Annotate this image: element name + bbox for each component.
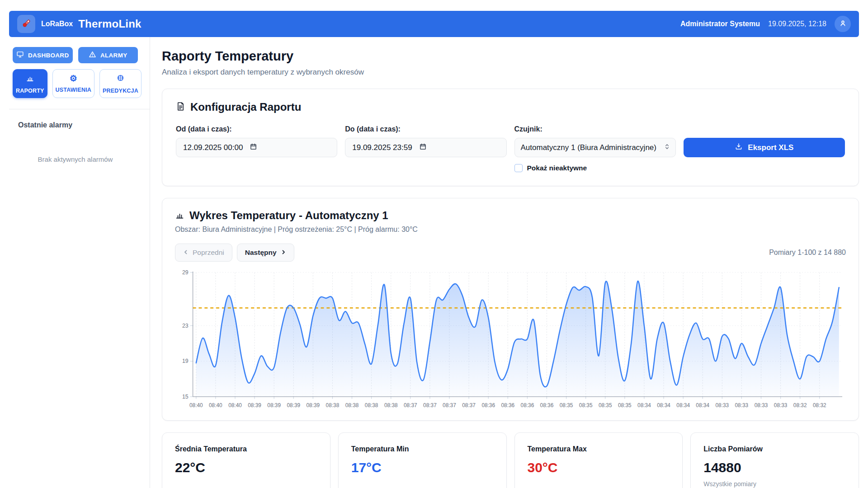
svg-text:08:32: 08:32 (813, 402, 826, 408)
svg-text:08:35: 08:35 (618, 402, 632, 408)
page-root: LoRaBox ThermoLink Administrator Systemu… (0, 0, 868, 488)
from-datetime-input[interactable]: 12.09.2025 00:00 (176, 138, 337, 157)
svg-text:08:40: 08:40 (228, 402, 242, 408)
svg-text:08:36: 08:36 (540, 402, 554, 408)
from-datetime-value: 12.09.2025 00:00 (183, 143, 243, 152)
sidebar-item-label: PREDYKCJA (103, 88, 138, 94)
page-subtitle: Analiza i eksport danych temperatury z w… (162, 68, 859, 77)
export-field-group: Eksport XLS (684, 125, 845, 157)
download-icon (735, 142, 743, 153)
previous-page-button[interactable]: Poprzedni (175, 244, 232, 262)
stat-value: 22°C (175, 460, 317, 475)
sidebar-item-alarmy[interactable]: ALARMY (78, 47, 138, 63)
sensor-select[interactable]: Automatyczny 1 (Biura Administracyjne) (514, 138, 676, 157)
from-label: Od (data i czas): (176, 125, 337, 133)
stat-card-max: Temperatura Max 30°C (514, 432, 683, 488)
sidebar-item-ustawienia[interactable]: ⚙ USTAWIENIA (52, 69, 95, 98)
stat-caption: Wszystkie pomiary (703, 480, 846, 488)
next-button-label: Następny (245, 249, 277, 257)
header-datetime: 19.09.2025, 12:18 (768, 20, 826, 28)
svg-text:08:34: 08:34 (637, 402, 651, 408)
svg-text:08:36: 08:36 (521, 402, 534, 408)
svg-text:08:32: 08:32 (793, 402, 807, 408)
chevron-left-icon (183, 249, 189, 257)
svg-text:08:33: 08:33 (774, 402, 788, 408)
stat-label: Temperatura Max (528, 445, 670, 453)
svg-text:08:37: 08:37 (404, 402, 417, 408)
thermometer-icon (21, 18, 32, 30)
main-content: Raporty Temperatury Analiza i eksport da… (150, 37, 859, 488)
app-logo (17, 15, 35, 33)
svg-text:19: 19 (182, 358, 189, 364)
svg-text:08:33: 08:33 (755, 402, 768, 408)
svg-text:08:34: 08:34 (696, 402, 709, 408)
previous-button-label: Poprzedni (193, 249, 224, 257)
sidebar-item-label: USTAWIENIA (56, 87, 92, 93)
brain-icon (116, 74, 125, 84)
sensor-select-value: Automatyczny 1 (Biura Administracyjne) (521, 143, 656, 152)
stat-label: Liczba Pomiarów (703, 445, 846, 453)
header-user-name: Administrator Systemu (680, 20, 760, 28)
svg-text:08:33: 08:33 (715, 402, 729, 408)
export-button-label: Eksport XLS (748, 143, 793, 152)
stat-card-average: Średnia Temperatura 22°C (162, 432, 330, 488)
svg-text:15: 15 (182, 394, 189, 400)
show-inactive-label[interactable]: Pokaż nieaktywne (527, 164, 587, 172)
svg-text:08:35: 08:35 (560, 402, 573, 408)
stat-value: 30°C (528, 460, 670, 475)
calendar-icon[interactable] (420, 143, 426, 152)
svg-text:08:38: 08:38 (365, 402, 378, 408)
svg-text:08:34: 08:34 (676, 402, 690, 408)
stat-card-min: Temperatura Min 17°C (338, 432, 507, 488)
to-datetime-input[interactable]: 19.09.2025 23:59 (345, 138, 506, 157)
svg-text:23: 23 (182, 323, 189, 329)
next-page-button[interactable]: Następny (237, 244, 294, 262)
temperature-chart-svg: 08:4008:4008:4008:3908:3908:3908:3908:38… (175, 268, 846, 410)
svg-text:08:37: 08:37 (423, 402, 437, 408)
to-label: Do (data i czas): (345, 125, 506, 133)
user-avatar[interactable] (835, 16, 851, 32)
from-field-group: Od (data i czas): 12.09.2025 00:00 (176, 125, 337, 157)
svg-text:08:35: 08:35 (599, 402, 612, 408)
stat-value: 14880 (703, 460, 846, 475)
sidebar-item-predykcja[interactable]: PREDYKCJA (99, 69, 142, 98)
document-icon (176, 102, 185, 113)
brand-large: ThermoLink (78, 18, 141, 30)
stat-value: 17°C (351, 460, 494, 475)
calendar-icon[interactable] (250, 143, 257, 152)
sensor-field-group: Czujnik: Automatyczny 1 (Biura Administr… (514, 125, 676, 157)
svg-text:08:38: 08:38 (326, 402, 340, 408)
sidebar-item-label: DASHBOARD (28, 52, 69, 59)
stats-row: Średnia Temperatura 22°C Temperatura Min… (162, 432, 859, 488)
svg-text:08:35: 08:35 (579, 402, 593, 408)
temperature-chart: 08:4008:4008:4008:3908:3908:3908:3908:38… (175, 268, 846, 410)
chevron-up-down-icon (665, 143, 670, 152)
export-xls-button[interactable]: Eksport XLS (684, 138, 845, 157)
chart-card-subtitle: Obszar: Biura Administracyjne | Próg ost… (175, 225, 846, 234)
to-field-group: Do (data i czas): 19.09.2025 23:59 (345, 125, 506, 157)
svg-text:08:39: 08:39 (306, 402, 320, 408)
gear-icon: ⚙ (70, 74, 77, 83)
sidebar-item-raporty[interactable]: RAPORTY (13, 69, 47, 98)
svg-text:08:38: 08:38 (345, 402, 359, 408)
to-datetime-value: 19.09.2025 23:59 (352, 143, 412, 152)
show-inactive-checkbox[interactable] (514, 164, 523, 172)
report-config-card: Konfiguracja Raportu Od (data i czas): 1… (162, 89, 859, 186)
brand-small: LoRaBox (41, 20, 73, 28)
sidebar-divider (9, 109, 150, 109)
person-icon (839, 19, 847, 29)
sidebar: DASHBOARD ALARMY (9, 37, 150, 488)
stat-label: Średnia Temperatura (175, 445, 317, 453)
svg-text:08:39: 08:39 (248, 402, 261, 408)
app-header: LoRaBox ThermoLink Administrator Systemu… (9, 11, 859, 37)
stat-label: Temperatura Min (351, 445, 494, 453)
svg-text:08:37: 08:37 (462, 402, 476, 408)
show-inactive-row: Pokaż nieaktywne (514, 164, 676, 172)
svg-text:08:38: 08:38 (384, 402, 398, 408)
pagination-info: Pomiary 1-100 z 14 880 (769, 249, 846, 257)
sidebar-item-label: RAPORTY (16, 88, 44, 94)
sidebar-item-dashboard[interactable]: DASHBOARD (13, 47, 73, 63)
chart-card-title: Wykres Temperatury - Automatyczny 1 (189, 209, 388, 222)
svg-text:08:34: 08:34 (657, 402, 670, 408)
svg-text:08:40: 08:40 (209, 402, 222, 408)
